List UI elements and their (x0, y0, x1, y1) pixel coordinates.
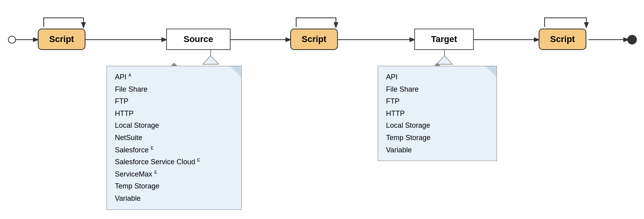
source-item-http[interactable]: HTTP (115, 108, 233, 120)
source-item-netsuite[interactable]: NetSuite (115, 132, 233, 144)
target-item-api[interactable]: API (386, 71, 489, 83)
source-item-localstorage[interactable]: Local Storage (115, 119, 233, 132)
svg-point-9 (628, 35, 636, 44)
target-dropdown-panel: API File Share FTP HTTP Local Storage Te… (378, 66, 497, 161)
source-node[interactable]: Source (166, 29, 231, 50)
svg-marker-10 (203, 56, 219, 64)
source-item-variable[interactable]: Variable (115, 192, 233, 205)
source-item-tempstorage[interactable]: Temp Storage (115, 180, 233, 192)
source-dropdown-panel: API A File Share FTP HTTP Local Storage … (107, 66, 242, 210)
target-item-tempstorage[interactable]: Temp Storage (386, 132, 489, 144)
source-item-api[interactable]: API A (115, 71, 233, 83)
source-item-fileshare[interactable]: File Share (115, 83, 233, 96)
source-item-ftp[interactable]: FTP (115, 95, 233, 108)
script-node-2[interactable]: Script (290, 29, 338, 50)
source-item-salesforce-service-cloud[interactable]: Salesforce Service Cloud E (115, 156, 233, 168)
source-item-servicemax[interactable]: ServiceMax E (115, 168, 233, 181)
svg-point-0 (8, 36, 16, 43)
target-item-fileshare[interactable]: File Share (386, 83, 489, 96)
target-item-http[interactable]: HTTP (386, 108, 489, 120)
script-node-1[interactable]: Script (38, 29, 85, 50)
target-node[interactable]: Target (414, 29, 474, 50)
target-item-localstorage[interactable]: Local Storage (386, 119, 489, 132)
target-item-variable[interactable]: Variable (386, 144, 489, 156)
script-node-3[interactable]: Script (539, 29, 586, 50)
target-item-ftp[interactable]: FTP (386, 95, 489, 108)
source-item-salesforce[interactable]: Salesforce E (115, 144, 233, 156)
diagram-container: Script Source Script Target Script API A… (0, 0, 644, 219)
